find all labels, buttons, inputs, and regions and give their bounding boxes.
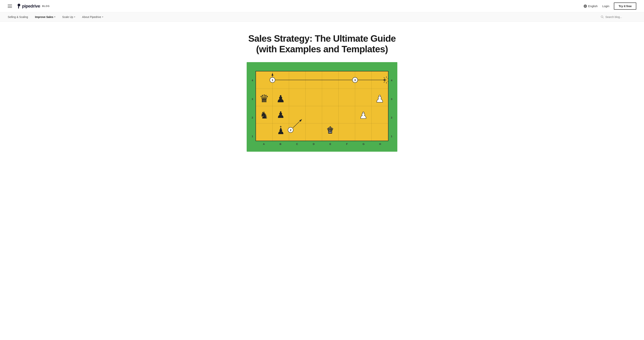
nav-item-improve-sales[interactable]: Improve Sales ▾ (32, 12, 59, 22)
chess-board-wrapper: 4 3 2 1 4 3 2 1 (250, 66, 394, 152)
site-header: pipedrive BLOG English Login Try it free (0, 0, 644, 12)
svg-point-7 (601, 16, 603, 17)
svg-text:♟: ♟ (277, 126, 284, 136)
col-label-b: B (272, 143, 289, 145)
nav-item-label: Improve Sales (35, 15, 53, 18)
logo-link[interactable]: pipedrive BLOG (16, 3, 50, 9)
row-label-4: 4 (252, 79, 253, 82)
row-label-right-3: 3 (391, 98, 392, 100)
row-label-1: 1 (252, 135, 253, 138)
nav-item-scale-up[interactable]: Scale Up ▾ (59, 12, 78, 22)
nav-item-label: About Pipedrive (82, 15, 101, 18)
row-label-2: 2 (252, 116, 253, 119)
col-labels: A B C D E F G H (256, 142, 388, 145)
svg-text:♟: ♟ (359, 110, 368, 120)
nav-item-label: Selling & Scaling (8, 15, 28, 18)
chevron-down-icon: ▾ (74, 16, 75, 18)
col-label-f: F (338, 143, 355, 145)
svg-text:1: 1 (272, 78, 273, 82)
svg-text:2: 2 (290, 128, 292, 132)
col-label-e: E (322, 143, 338, 145)
pipedrive-logo-icon (16, 3, 22, 9)
hero-image: 4 3 2 1 4 3 2 1 (247, 62, 397, 152)
try-free-button[interactable]: Try it free (614, 2, 636, 10)
svg-text:3: 3 (354, 78, 356, 82)
header-right: English Login Try it free (584, 2, 636, 10)
main-nav: Selling & Scaling Improve Sales ▾ Scale … (0, 12, 644, 22)
row-labels-left: 4 3 2 1 (252, 71, 253, 145)
main-content: Sales Strategy: The Ultimate Guide(with … (235, 22, 409, 159)
chevron-down-icon: ▾ (102, 16, 103, 18)
search-icon (601, 15, 604, 18)
chevron-down-icon: ▾ (54, 16, 55, 18)
language-label: English (588, 4, 598, 8)
nav-item-label: Scale Up (62, 15, 73, 18)
nav-item-about-pipedrive[interactable]: About Pipedrive ▾ (78, 12, 107, 22)
hamburger-menu[interactable] (8, 5, 12, 8)
article-title: Sales Strategy: The Ultimate Guide(with … (239, 33, 405, 54)
col-label-d: D (306, 143, 322, 145)
logo-blog: BLOG (40, 5, 50, 7)
header-left: pipedrive BLOG (8, 3, 50, 9)
globe-icon (584, 4, 587, 8)
language-selector[interactable]: English (584, 4, 598, 8)
logo-text: pipedrive (22, 4, 40, 9)
col-label-g: G (355, 143, 372, 145)
row-label-right-4: 4 (391, 79, 392, 82)
col-label-c: C (289, 143, 306, 145)
row-label-3: 3 (252, 98, 253, 100)
row-labels-right: 4 3 2 1 (391, 71, 392, 145)
nav-items: Selling & Scaling Improve Sales ▾ Scale … (8, 12, 107, 22)
nav-item-selling-scaling[interactable]: Selling & Scaling (8, 12, 32, 22)
col-label-h: H (372, 143, 388, 145)
svg-text:♛: ♛ (260, 93, 269, 105)
col-label-a: A (256, 143, 272, 145)
search-input[interactable] (605, 15, 636, 18)
logo-container: pipedrive BLOG (16, 3, 50, 9)
search-area[interactable] (601, 15, 636, 18)
svg-line-8 (603, 17, 604, 18)
svg-text:♟: ♟ (276, 93, 285, 104)
row-label-right-2: 2 (391, 116, 392, 119)
svg-text:♟: ♟ (276, 110, 285, 120)
row-label-right-1: 1 (391, 135, 392, 138)
login-button[interactable]: Login (602, 4, 610, 8)
svg-rect-1 (18, 6, 19, 8)
svg-text:♛: ♛ (326, 126, 334, 135)
svg-text:♞: ♞ (260, 110, 268, 121)
chess-board-svg: 1 3 (256, 71, 388, 141)
svg-text:♟: ♟ (375, 93, 384, 104)
